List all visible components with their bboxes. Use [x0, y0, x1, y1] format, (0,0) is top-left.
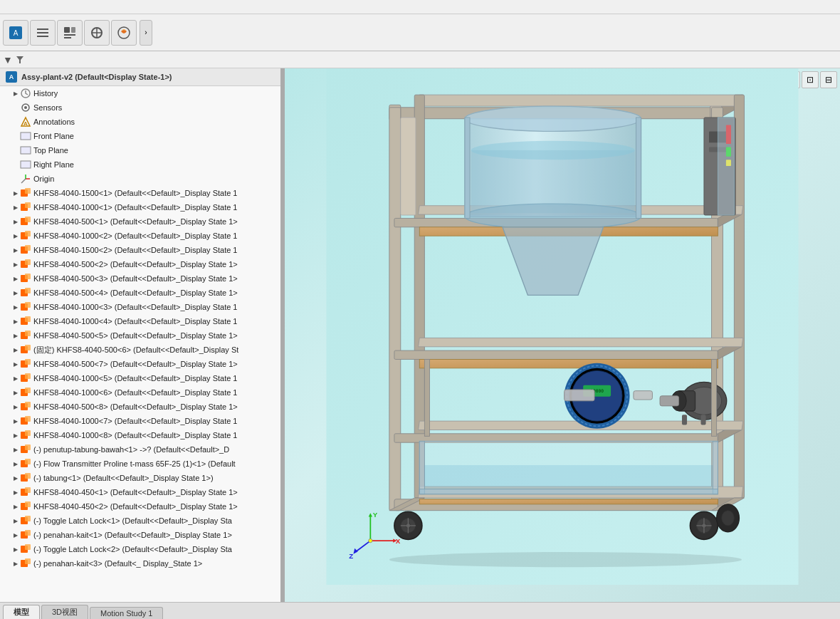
tree-item-history[interactable]: ▶History [0, 86, 283, 100]
svg-rect-116 [636, 118, 641, 218]
tree-content[interactable]: ▶HistorySensorsAAnnotationsFront PlaneTo… [0, 86, 283, 602]
svg-rect-132 [660, 396, 679, 406]
expand-arrow [11, 175, 20, 183]
svg-text:Y: Y [373, 511, 378, 519]
svg-rect-32 [25, 231, 31, 236]
svg-rect-48 [25, 345, 31, 350]
filter-funnel-icon [16, 56, 24, 64]
motion-study-tab[interactable]: Motion Study 1 [90, 607, 163, 619]
tree-item-part-26[interactable]: ▶(-) Toggle Latch Lock<2> (Default<<Defa… [0, 542, 283, 556]
list-view-btn[interactable] [30, 20, 56, 46]
part-icon [20, 458, 31, 469]
expand-arrow: ▶ [11, 431, 20, 439]
display-states-btn[interactable] [111, 20, 137, 46]
svg-rect-56 [25, 402, 31, 407]
tree-item-label: KHFS8-4040-500<2> (Default<<Default>_Dis… [33, 260, 238, 269]
tree-item-part-22[interactable]: ▶KHFS8-4040-450<1> (Default<<Default>_Di… [0, 485, 283, 499]
toolbar-expand-btn[interactable]: › [140, 20, 152, 46]
tree-item-label: (-) penahan-kait<1> (Default<<Default>_D… [33, 531, 232, 539]
svg-rect-119 [419, 359, 718, 368]
tree-item-part-9[interactable]: ▶KHFS8-4040-1000<3> (Default<<Default>_D… [0, 300, 283, 314]
tree-item-label: KHFS8-4040-500<3> (Default<<Default>_Dis… [33, 274, 238, 283]
tree-item-part-17[interactable]: ▶KHFS8-4040-1000<7> (Default<<Default>_D… [0, 414, 283, 428]
tree-item-part-18[interactable]: ▶KHFS8-4040-1000<8> (Default<<Default>_D… [0, 428, 283, 442]
svg-rect-28 [25, 202, 31, 208]
svg-rect-133 [682, 415, 687, 425]
expand-arrow: ▶ [11, 303, 20, 311]
svg-rect-38 [25, 274, 31, 279]
svg-rect-40 [25, 288, 31, 293]
svg-rect-78 [25, 558, 31, 564]
tree-item-part-23[interactable]: ▶KHFS8-4040-450<2> (Default<<Default>_Di… [0, 499, 283, 514]
tree-item-part-7[interactable]: ▶KHFS8-4040-500<3> (Default<<Default>_Di… [0, 271, 283, 286]
svg-point-152 [722, 511, 735, 526]
panel-resize-handle[interactable] [280, 68, 283, 602]
tree-item-sensors[interactable]: Sensors [0, 100, 283, 115]
3dview-tab[interactable]: 3D视图 [41, 605, 88, 619]
part-icon [20, 202, 31, 213]
tree-item-part-19[interactable]: ▶(-) penutup-tabung-bawah<1> ->? (Defaul… [0, 442, 283, 457]
viewport-background[interactable]: ↩ ↪ ⊞ ◱ ⊕ ◉ ☀ ⊡ ⊟ [285, 68, 840, 602]
tree-item-part-5[interactable]: ▶KHFS8-4040-1500<2> (Default<<Default>_D… [0, 243, 283, 257]
expand-arrow: ▶ [11, 374, 20, 383]
tree-item-right-plane[interactable]: Right Plane [0, 157, 283, 172]
filter-row: ▼ [0, 51, 840, 68]
sensor-icon [20, 102, 31, 113]
tree-item-label: History [33, 89, 58, 98]
tree-item-part-21[interactable]: ▶(-) tabung<1> (Default<<Default>_Displa… [0, 471, 283, 485]
tree-item-part-4[interactable]: ▶KHFS8-4040-1000<2> (Default<<Default>_D… [0, 229, 283, 243]
expand-arrow: ▶ [11, 488, 20, 496]
part-icon [20, 244, 31, 256]
expand-arrow: ▶ [11, 217, 20, 226]
svg-rect-60 [25, 430, 31, 436]
tree-item-part-24[interactable]: ▶(-) Toggle Latch Lock<1> (Default<<Defa… [0, 514, 283, 528]
tree-item-part-27[interactable]: ▶(-) penahan-kait<3> (Default<_ Display_… [0, 556, 283, 571]
expand-arrow [11, 103, 20, 112]
svg-rect-66 [25, 473, 31, 479]
svg-point-156 [389, 552, 742, 567]
tree-item-part-16[interactable]: ▶KHFS8-4040-500<8> (Default<<Default>_Di… [0, 400, 283, 414]
expand-arrow: ▶ [11, 474, 20, 482]
tree-item-label: (-) Toggle Latch Lock<1> (Default<<Defau… [33, 516, 232, 525]
tree-item-part-25[interactable]: ▶(-) penahan-kait<1> (Default<<Default>_… [0, 528, 283, 542]
part-icon [20, 472, 31, 484]
title-bar [0, 0, 840, 14]
expand-arrow: ▶ [11, 502, 20, 511]
annotation-icon: A [20, 116, 31, 128]
svg-rect-138 [419, 489, 718, 494]
tree-item-part-20[interactable]: ▶(-) Flow Transmitter Proline t-mass 65F… [0, 457, 283, 471]
tree-item-top-plane[interactable]: Top Plane [0, 143, 283, 157]
expand-arrow: ▶ [11, 559, 20, 568]
tree-item-label: Sensors [33, 103, 62, 112]
tree-item-part-1[interactable]: ▶KHFS8-4040-1500<1> (Default<<Default>_D… [0, 186, 283, 200]
part-icon [20, 316, 31, 327]
smart-filter-btn[interactable] [84, 20, 110, 46]
tree-item-origin[interactable]: Origin [0, 172, 283, 186]
tree-item-label: KHFS8-4040-500<1> (Default<<Default>_Dis… [33, 217, 238, 226]
svg-rect-74 [25, 530, 31, 536]
tree-item-label: (-) Toggle Latch Lock<2> (Default<<Defau… [33, 545, 232, 553]
tree-item-part-2[interactable]: ▶KHFS8-4040-1000<1> (Default<<Default>_D… [0, 200, 283, 214]
tree-item-part-6[interactable]: ▶KHFS8-4040-500<2> (Default<<Default>_Di… [0, 257, 283, 271]
tree-item-part-3[interactable]: ▶KHFS8-4040-500<1> (Default<<Default>_Di… [0, 214, 283, 229]
part-icon [20, 558, 31, 569]
tree-item-part-12[interactable]: ▶(固定) KHFS8-4040-500<6> (Default<<Defaul… [0, 343, 283, 357]
tree-item-part-13[interactable]: ▶KHFS8-4040-500<7> (Default<<Default>_Di… [0, 357, 283, 371]
svg-rect-154 [424, 359, 429, 436]
feature-tree-panel: A Assy-plant-v2 (Default<Display State-1… [0, 68, 285, 602]
tree-item-front-plane[interactable]: Front Plane [0, 129, 283, 143]
tree-item-part-8[interactable]: ▶KHFS8-4040-500<4> (Default<<Default>_Di… [0, 286, 283, 300]
svg-rect-5 [64, 27, 70, 33]
tree-item-part-15[interactable]: ▶KHFS8-4040-1000<6> (Default<<Default>_D… [0, 385, 283, 400]
properties-btn[interactable] [57, 20, 83, 46]
tree-item-part-11[interactable]: ▶KHFS8-4040-500<5> (Default<<Default>_Di… [0, 328, 283, 343]
model-tab[interactable]: 模型 [3, 605, 40, 619]
expand-arrow: ▶ [11, 531, 20, 539]
expand-arrow: ▶ [11, 189, 20, 197]
tree-item-part-10[interactable]: ▶KHFS8-4040-1000<4> (Default<<Default>_D… [0, 314, 283, 328]
expand-arrow: ▶ [11, 388, 20, 397]
tree-item-annotations[interactable]: AAnnotations [0, 115, 283, 129]
tree-item-part-14[interactable]: ▶KHFS8-4040-1000<5> (Default<<Default>_D… [0, 371, 283, 385]
tree-item-label: KHFS8-4040-500<8> (Default<<Default>_Dis… [33, 402, 238, 411]
assembly-icon-btn[interactable]: A [3, 20, 28, 46]
